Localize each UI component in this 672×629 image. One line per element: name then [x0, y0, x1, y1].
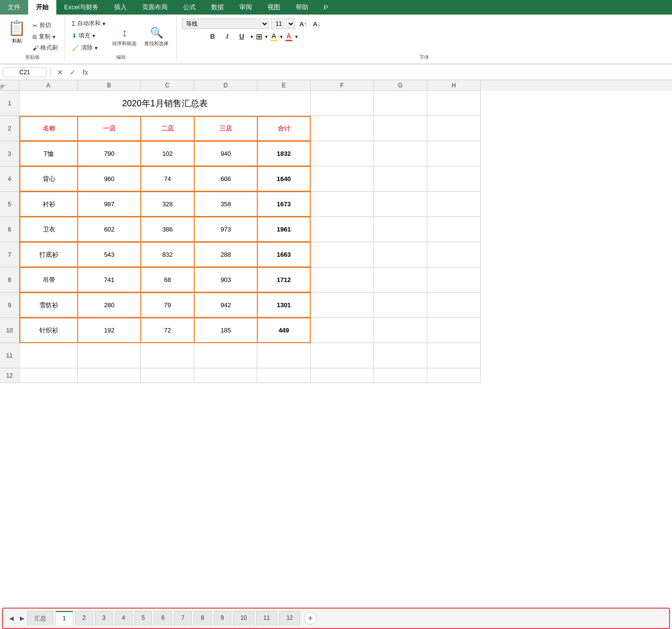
cell-3B[interactable]: 790 — [78, 141, 141, 166]
cell-9D[interactable]: 942 — [194, 293, 257, 318]
row-header-9[interactable]: 9 — [0, 293, 19, 318]
tab-p[interactable]: P — [316, 0, 336, 15]
cell-3C[interactable]: 102 — [141, 141, 194, 166]
cell-4G[interactable] — [374, 166, 427, 192]
tab-help[interactable]: 帮助 — [288, 0, 316, 15]
col-header-F[interactable]: F — [311, 80, 374, 91]
cell-3F[interactable] — [311, 141, 374, 166]
cell-9A[interactable]: 雪纺衫 — [19, 293, 78, 318]
tab-home[interactable]: 开始 — [28, 0, 56, 15]
tab-formula[interactable]: 公式 — [175, 0, 203, 15]
cell-12G[interactable] — [374, 368, 427, 383]
cell-9H[interactable] — [427, 293, 481, 318]
cell-7A[interactable]: 打底衫 — [19, 242, 78, 267]
cell-4B[interactable]: 960 — [78, 166, 141, 192]
fill-color-btn[interactable]: A — [270, 32, 277, 41]
cell-8B[interactable]: 741 — [78, 267, 141, 293]
tab-insert[interactable]: 插入 — [106, 0, 134, 15]
cell-8D[interactable]: 903 — [194, 267, 257, 293]
col-header-H[interactable]: H — [427, 80, 481, 91]
copy-button[interactable]: ⧉ 复制 ▾ — [31, 32, 60, 42]
decrease-font-btn[interactable]: A↓ — [311, 18, 322, 29]
row-header-1[interactable]: 1 — [0, 91, 19, 116]
cell-12D[interactable] — [194, 368, 257, 383]
format-brush-button[interactable]: 🖌 格式刷 — [31, 43, 60, 53]
fill-button[interactable]: ⬇ 填充 ▾ — [70, 31, 107, 41]
cell-7H[interactable] — [427, 242, 481, 267]
cell-3D[interactable]: 940 — [194, 141, 257, 166]
tab-review[interactable]: 审阅 — [232, 0, 260, 15]
cell-1H[interactable] — [427, 91, 481, 116]
sort-filter-button[interactable]: ↕ 排序和筛选 — [109, 25, 139, 49]
paste-button[interactable]: 📋 粘贴 — [5, 18, 29, 45]
cell-9G[interactable] — [374, 293, 427, 318]
cell-11C[interactable] — [141, 343, 194, 368]
font-color-btn[interactable]: A — [286, 32, 292, 41]
col-header-A[interactable]: A — [19, 80, 78, 91]
tab-view[interactable]: 视图 — [260, 0, 288, 15]
row-header-4[interactable]: 4 — [0, 166, 19, 192]
cell-4A[interactable]: 背心 — [19, 166, 78, 192]
cell-10E[interactable]: 449 — [257, 318, 311, 343]
cell-12E[interactable] — [257, 368, 311, 383]
bold-button[interactable]: B — [207, 31, 218, 42]
cell-6B[interactable]: 602 — [78, 217, 141, 242]
cell-5B[interactable]: 987 — [78, 192, 141, 217]
cell-3G[interactable] — [374, 141, 427, 166]
cell-4C[interactable]: 74 — [141, 166, 194, 192]
font-size-selector[interactable]: 11 — [271, 18, 295, 29]
cell-12B[interactable] — [78, 368, 141, 383]
cell-11H[interactable] — [427, 343, 481, 368]
cell-7F[interactable] — [311, 242, 374, 267]
cell-11E[interactable] — [257, 343, 311, 368]
cell-5C[interactable]: 328 — [141, 192, 194, 217]
cell-10B[interactable]: 192 — [78, 318, 141, 343]
confirm-formula-btn[interactable]: ✓ — [67, 67, 78, 78]
cell-5D[interactable]: 358 — [194, 192, 257, 217]
cell-5E[interactable]: 1673 — [257, 192, 311, 217]
cell-9C[interactable]: 79 — [141, 293, 194, 318]
row-header-12[interactable]: 12 — [0, 368, 19, 383]
cell-10C[interactable]: 72 — [141, 318, 194, 343]
cell-12C[interactable] — [141, 368, 194, 383]
cut-button[interactable]: ✂ 剪切 — [31, 20, 60, 31]
row-header-3[interactable]: 3 — [0, 141, 19, 166]
find-select-button[interactable]: 🔍 查找和选择 — [141, 25, 171, 49]
cell-7C[interactable]: 832 — [141, 242, 194, 267]
cell-7B[interactable]: 543 — [78, 242, 141, 267]
formula-input[interactable] — [93, 67, 669, 77]
cell-4H[interactable] — [427, 166, 481, 192]
cell-8E[interactable]: 1712 — [257, 267, 311, 293]
cell-8G[interactable] — [374, 267, 427, 293]
cell-3E[interactable]: 1832 — [257, 141, 311, 166]
cell-2A[interactable]: 名称 — [19, 116, 78, 141]
cell-6F[interactable] — [311, 217, 374, 242]
cancel-formula-btn[interactable]: ✕ — [55, 67, 66, 78]
cell-5A[interactable]: 衬衫 — [19, 192, 78, 217]
row-header-7[interactable]: 7 — [0, 242, 19, 267]
tab-excel-finance[interactable]: Excel与财务 — [56, 0, 106, 15]
tab-file[interactable]: 文件 — [0, 0, 28, 15]
cell-9B[interactable]: 280 — [78, 293, 141, 318]
cell-2B[interactable]: 一店 — [78, 116, 141, 141]
cell-10F[interactable] — [311, 318, 374, 343]
cell-2H[interactable] — [427, 116, 481, 141]
cell-6H[interactable] — [427, 217, 481, 242]
row-header-11[interactable]: 11 — [0, 343, 19, 368]
cell-9F[interactable] — [311, 293, 374, 318]
increase-font-btn[interactable]: A↑ — [297, 18, 309, 29]
cell-8C[interactable]: 68 — [141, 267, 194, 293]
cell-12H[interactable] — [427, 368, 481, 383]
cell-8F[interactable] — [311, 267, 374, 293]
cell-8H[interactable] — [427, 267, 481, 293]
col-header-D[interactable]: D — [194, 80, 257, 91]
cell-11G[interactable] — [374, 343, 427, 368]
cell-6G[interactable] — [374, 217, 427, 242]
cell-10H[interactable] — [427, 318, 481, 343]
autosum-button[interactable]: Σ 自动求和 ▾ — [70, 18, 107, 29]
cell-4E[interactable]: 1640 — [257, 166, 311, 192]
cell-2D[interactable]: 三店 — [194, 116, 257, 141]
cell-2G[interactable] — [374, 116, 427, 141]
clear-button[interactable]: 🧹 清除 ▾ — [70, 43, 107, 53]
row-header-8[interactable]: 8 — [0, 267, 19, 293]
